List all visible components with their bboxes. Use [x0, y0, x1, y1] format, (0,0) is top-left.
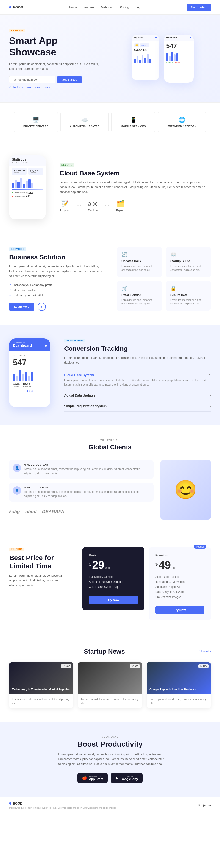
- news-body-3: Lorem ipsum dolor sit amet, consectetur …: [147, 694, 211, 708]
- footer-logo: HOOD: [9, 802, 117, 805]
- nav-blog[interactable]: Blog: [134, 5, 140, 9]
- hero-note: ✓ Try for free, No credit card required.: [9, 86, 105, 89]
- app-store-button[interactable]: 🍎 Download on the App Store: [77, 773, 108, 783]
- conv-item-simple[interactable]: Simple Registration System ›: [64, 401, 211, 412]
- hero-section: PREMIUM Smart App Showcase Lorem ipsum d…: [0, 15, 220, 102]
- active-users: Active Users 5,132: [12, 191, 43, 194]
- business-section: SERVICES Business Solution Lorem ipsum d…: [0, 233, 220, 324]
- conversion-section: DASHBOARD Dashboard NET PROFIT 547: [0, 324, 220, 426]
- biz-card-updates: 🔄 Updates Daily Lorem ipsum dolor sit am…: [117, 247, 162, 277]
- check-icon-3: ✓: [9, 294, 11, 297]
- testimonials-list: 👤 MIKE CO. COMPANY Lorem ipsum dolor sit…: [9, 460, 154, 514]
- apple-icon: 🍎: [82, 775, 87, 780]
- feature-label-3: Mobile Services: [121, 125, 146, 128]
- footer-social: 𝕏 ▶ in: [198, 803, 211, 807]
- pricing-text: PRICING Best Price for Limited Time Lore…: [9, 547, 73, 588]
- check-icon-1: ✓: [9, 283, 11, 286]
- learn-more-button[interactable]: Learn More: [9, 303, 34, 311]
- explore-icon: 🗂️: [117, 200, 125, 208]
- news-date-2: 12 Nov: [130, 664, 140, 668]
- testimonial-1: 👤 MIKE CO. COMPANY Lorem ipsum dolor sit…: [9, 460, 154, 479]
- avatar-2: 👤: [13, 486, 21, 495]
- action-sales: Action Sales 621: [12, 195, 43, 198]
- step-confirm: abc Confirm: [88, 200, 98, 212]
- checklist-item-2: ✓Maximize productivity: [9, 287, 103, 293]
- mobile-services-icon: 📱: [130, 117, 137, 123]
- trusted-badge: TRUSTED BY: [9, 439, 211, 442]
- feature-mobile-services: 📱 Mobile Services: [112, 112, 155, 132]
- cloud-base-section: Statistics Yearly 20,000+ Total $ 2,378.…: [0, 142, 220, 233]
- news-title: Startup News: [9, 648, 199, 655]
- private-servers-icon: 🖥️: [33, 117, 39, 123]
- register-icon: 📝: [61, 200, 69, 208]
- nav-pricing[interactable]: Pricing: [120, 5, 129, 9]
- news-date-3: 13 Nov: [198, 664, 209, 668]
- trusted-section: TRUSTED BY Global Clients 👤 MIKE CO. COM…: [0, 426, 220, 533]
- phone-wallet: My Wallet 💳 $309.38 $432.00: [132, 35, 159, 81]
- business-text: SERVICES Business Solution Lorem ipsum d…: [9, 247, 103, 311]
- hero-text: PREMIUM Smart App Showcase Lorem ipsum d…: [9, 28, 105, 89]
- wallet-chart: [134, 54, 157, 63]
- trusted-title: Global Clients: [9, 443, 211, 451]
- services-badge: SERVICES: [9, 247, 26, 251]
- news-card-3: 13 Nov Google Expands Into New Business …: [147, 662, 211, 708]
- client-logos: kahg uhud DEARAFA: [9, 509, 154, 514]
- view-all-link[interactable]: View All ›: [199, 650, 211, 653]
- nav-features[interactable]: Features: [83, 5, 94, 9]
- nav-links: Home Features Dashboard Pricing Blog: [69, 5, 140, 9]
- plan-premium: Popular Premium $ 49 /mo Axios Daily Bac…: [149, 547, 211, 620]
- news-headline-1: Technology is Transforming Global Suppli…: [12, 688, 70, 692]
- stats-phone-mock: Statistics Yearly 20,000+ Total $ 2,378.…: [9, 155, 46, 219]
- person-photo: 😊: [160, 460, 211, 520]
- premium-try-button[interactable]: Try Now: [155, 606, 205, 614]
- news-section: Startup News View All › 12 Nov Technolog…: [0, 634, 220, 722]
- stats-chart: [12, 177, 43, 188]
- pricing-desc: Lorem ipsum dolor sit amet, consectetur …: [9, 574, 73, 588]
- boost-desc: Lorem ipsum dolor sit amet, consectetur …: [53, 752, 167, 766]
- stats-phone-body: $ 2,378.00 Income $ 1,453.7 Outcome: [9, 166, 46, 200]
- conv-item-actual[interactable]: Actual Data Updates ›: [64, 390, 211, 401]
- footer-logo-dot: [9, 802, 11, 805]
- phone-dashboard-header: Dashboard: [164, 35, 194, 40]
- basic-features: Full Mobility Service Automatic Network …: [89, 574, 138, 589]
- nav-home[interactable]: Home: [69, 5, 77, 9]
- cloud-phone: Statistics Yearly 20,000+ Total $ 2,378.…: [9, 155, 46, 219]
- hero-email-input[interactable]: [9, 76, 55, 83]
- checklist-item-1: ✓Increase your company profit: [9, 282, 103, 287]
- conv-text: DASHBOARD Conversion Tracking Lorem ipsu…: [64, 338, 211, 412]
- news-image-3: 13 Nov Google Expands Into New Business: [147, 662, 211, 694]
- automatic-updates-icon: ☁️: [81, 117, 88, 123]
- popular-tag: Popular: [194, 545, 206, 549]
- nav-cta-button[interactable]: Get Started: [187, 4, 211, 11]
- conv-title: Conversion Tracking: [64, 345, 211, 352]
- conv-phone-header: DASHBOARD Dashboard: [9, 338, 51, 351]
- premium-features: Axios Daily Backup Integrated CRM System…: [155, 574, 205, 599]
- phone-dashboard-body: 547 6.63% ↑ 8.62% ↓: [164, 40, 194, 65]
- logo-uhud: uhud: [26, 509, 37, 514]
- pricing-section: PRICING Best Price for Limited Time Lore…: [0, 533, 220, 634]
- chevron-right-icon-2: ›: [210, 404, 211, 408]
- download-badge: DOWNLOAD: [9, 736, 211, 738]
- phone-dashboard: Dashboard 547 6.63% ↑ 8.62% ↓: [164, 35, 194, 83]
- logo-dot: [9, 6, 11, 8]
- google-play-button[interactable]: ▶ Get it on Google Play: [111, 773, 142, 783]
- hero-title: Smart App Showcase: [9, 35, 105, 58]
- play-button[interactable]: ▶: [38, 303, 46, 311]
- basic-try-button[interactable]: Try Now: [89, 596, 138, 604]
- youtube-icon[interactable]: ▶: [203, 803, 206, 807]
- pricing-cards: Basic $ 29 /mo Full Mobility Service Aut…: [83, 547, 211, 620]
- logo-kahg: kahg: [9, 509, 20, 514]
- linkedin-icon[interactable]: in: [208, 803, 211, 807]
- conv-item-cloud[interactable]: Cloud Base System ∧ Lorem ipsum dolor si…: [64, 370, 211, 390]
- nav-dashboard[interactable]: Dashboard: [100, 5, 115, 9]
- business-title: Business Solution: [9, 254, 103, 261]
- news-image-1: 12 Nov Technology is Transforming Global…: [9, 662, 73, 694]
- secure-badge: SECURE: [60, 163, 74, 167]
- news-date-1: 12 Nov: [61, 664, 71, 668]
- secure-icon: 🔒: [170, 285, 206, 291]
- hero-cta-button[interactable]: Get Started: [57, 76, 82, 83]
- biz-card-secure: 🔒 Secure Data Lorem ipsum dolor sit amet…: [166, 281, 211, 311]
- twitter-icon[interactable]: 𝕏: [198, 803, 200, 807]
- chevron-right-icon: ›: [210, 393, 211, 398]
- plan-basic: Basic $ 29 /mo Full Mobility Service Aut…: [83, 547, 145, 610]
